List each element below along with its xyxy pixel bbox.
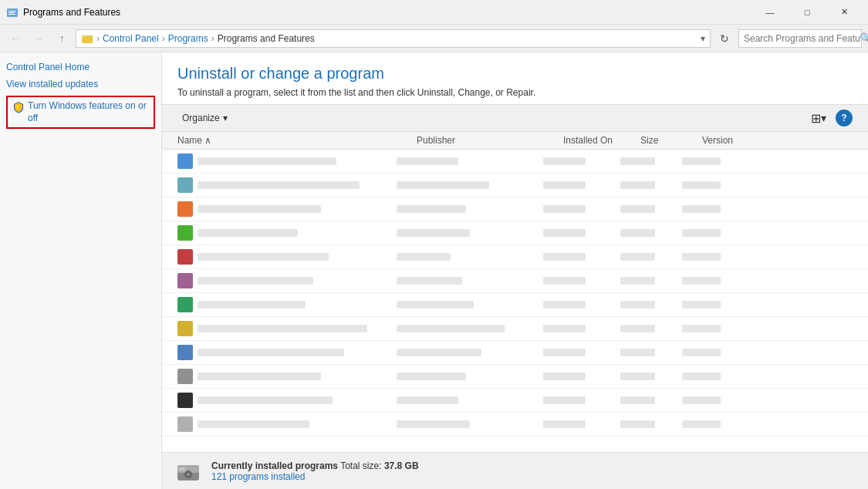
program-icon [177, 225, 193, 241]
search-input[interactable] [744, 33, 860, 44]
page-description: To uninstall a program, select it from t… [177, 87, 853, 98]
table-body [162, 150, 868, 437]
organize-button[interactable]: Organize ▾ [177, 111, 232, 125]
table-row[interactable] [162, 317, 868, 341]
program-icon [177, 321, 193, 336]
back-button[interactable]: ← [6, 29, 25, 48]
title-bar: Programs and Features — □ ✕ [0, 0, 868, 25]
table-row[interactable] [162, 341, 868, 365]
program-icon [177, 345, 193, 360]
up-button[interactable]: ↑ [52, 29, 71, 48]
address-bar: ← → ↑ › Control Panel › Programs › Progr… [0, 25, 868, 52]
maximize-button[interactable]: □ [789, 0, 825, 25]
column-publisher[interactable]: Publisher [417, 135, 563, 146]
view-options-button[interactable]: ⊞ ▾ [808, 110, 829, 127]
breadcrumb-control-panel[interactable]: Control Panel [103, 33, 159, 44]
svg-rect-5 [82, 36, 86, 38]
main-content: Control Panel Home View installed update… [0, 52, 868, 489]
sidebar-windows-features[interactable]: ! Turn Windows features on or off [6, 96, 155, 129]
column-installed-on[interactable]: Installed On [563, 135, 640, 146]
column-size[interactable]: Size [640, 135, 702, 146]
view-icon: ⊞ [811, 111, 821, 126]
address-path: › Control Panel › Programs › Programs an… [76, 29, 711, 48]
address-dropdown-icon[interactable]: ▾ [701, 33, 705, 44]
program-icon [177, 177, 193, 193]
program-icon [177, 201, 193, 217]
column-version[interactable]: Version [702, 135, 853, 146]
table-row[interactable] [162, 245, 868, 269]
shield-icon: ! [12, 101, 25, 113]
status-total-label: Total size: [340, 460, 384, 471]
sidebar-view-updates[interactable]: View installed updates [6, 79, 155, 89]
refresh-button[interactable]: ↻ [715, 29, 734, 48]
status-programs-label: Currently installed programs [211, 460, 338, 471]
status-installed-count: 121 programs installed [211, 471, 419, 482]
search-icon: 🔍 [860, 32, 868, 44]
folder-icon [81, 32, 93, 45]
organize-dropdown-icon: ▾ [223, 113, 228, 123]
status-bar: Currently installed programs Total size:… [162, 452, 868, 489]
content-area: Uninstall or change a program To uninsta… [162, 52, 868, 489]
table-row[interactable] [162, 365, 868, 389]
svg-rect-11 [179, 467, 185, 470]
window-controls: — □ ✕ [752, 0, 862, 25]
page-title: Uninstall or change a program [177, 65, 853, 83]
table-row[interactable] [162, 389, 868, 413]
breadcrumb-current: Programs and Features [218, 33, 315, 44]
minimize-button[interactable]: — [752, 0, 788, 25]
svg-point-10 [187, 473, 190, 476]
program-icon [177, 369, 193, 384]
svg-text:!: ! [17, 105, 19, 110]
program-table: Name ∧ Publisher Installed On Size Versi… [162, 132, 868, 452]
program-icon [177, 393, 193, 408]
program-icon [177, 153, 193, 169]
table-row[interactable] [162, 413, 868, 437]
table-row[interactable] [162, 174, 868, 197]
table-row[interactable] [162, 293, 868, 317]
forward-button[interactable]: → [29, 29, 48, 48]
window-title: Programs and Features [23, 7, 752, 18]
program-icon [177, 249, 193, 265]
svg-rect-3 [8, 14, 15, 15]
svg-rect-2 [8, 12, 15, 13]
status-text: Currently installed programs Total size:… [211, 460, 419, 482]
view-dropdown-icon: ▾ [821, 112, 826, 124]
table-header: Name ∧ Publisher Installed On Size Versi… [162, 132, 868, 150]
column-name[interactable]: Name ∧ [177, 135, 417, 146]
breadcrumb-programs[interactable]: Programs [168, 33, 208, 44]
table-row[interactable] [162, 197, 868, 221]
close-button[interactable]: ✕ [826, 0, 862, 25]
search-box: 🔍 [738, 29, 862, 48]
table-row[interactable] [162, 150, 868, 174]
program-icon [177, 416, 193, 432]
features-link-text: Turn Windows features on or off [28, 100, 149, 124]
table-row[interactable] [162, 269, 868, 293]
svg-rect-1 [8, 11, 16, 12]
content-header: Uninstall or change a program To uninsta… [162, 52, 868, 104]
help-button[interactable]: ? [836, 110, 853, 126]
program-icon [177, 297, 193, 312]
sort-arrow-icon: ∧ [204, 135, 211, 146]
table-row[interactable] [162, 221, 868, 245]
status-drive-icon [174, 457, 202, 485]
toolbar: Organize ▾ ⊞ ▾ ? [162, 104, 868, 132]
sidebar: Control Panel Home View installed update… [0, 52, 162, 489]
window-icon [6, 6, 19, 19]
sidebar-control-panel-home[interactable]: Control Panel Home [6, 62, 155, 73]
program-icon [177, 273, 193, 288]
status-size-value: 37.8 GB [384, 460, 419, 471]
